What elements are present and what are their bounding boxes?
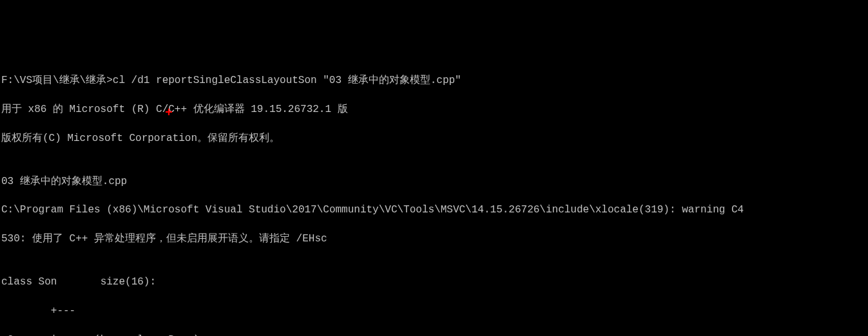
terminal-output: F:\VS项目\继承\继承>cl /d1 reportSingleClassLa… bbox=[1, 59, 868, 336]
cursor-icon: + bbox=[165, 107, 173, 120]
terminal-line: 03 继承中的对象模型.cpp bbox=[1, 174, 868, 189]
terminal-line: +--- bbox=[1, 304, 868, 318]
terminal-line: 0 | +--- (base class Base) bbox=[1, 333, 868, 336]
terminal-line: 版权所有(C) Microsoft Corporation。保留所有权利。 bbox=[1, 131, 868, 145]
terminal-line: C:\Program Files (x86)\Microsoft Visual … bbox=[1, 203, 868, 217]
terminal-line: class Son size(16): bbox=[1, 275, 868, 289]
terminal-line: 530: 使用了 C++ 异常处理程序，但未启用展开语义。请指定 /EHsc bbox=[1, 232, 868, 246]
terminal-line: F:\VS项目\继承\继承>cl /d1 reportSingleClassLa… bbox=[1, 73, 868, 88]
terminal-line: 用于 x86 的 Microsoft (R) C/C++ 优化编译器 19.15… bbox=[1, 102, 868, 117]
